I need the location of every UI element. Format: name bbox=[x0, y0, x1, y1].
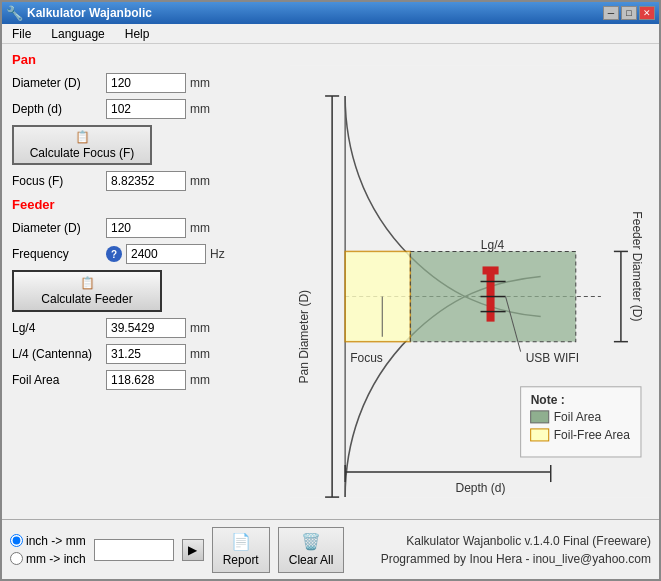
main-window: 🔧 Kalkulator Wajanbolic ─ □ ✕ File Langu… bbox=[0, 0, 661, 581]
pan-diameter-input[interactable] bbox=[106, 73, 186, 93]
foil-free-area-rect bbox=[345, 251, 410, 341]
frequency-help-icon[interactable]: ? bbox=[106, 246, 122, 262]
focus-label: Focus (F) bbox=[12, 174, 102, 188]
l4-label: L/4 (Cantenna) bbox=[12, 347, 102, 361]
title-bar: 🔧 Kalkulator Wajanbolic ─ □ ✕ bbox=[2, 2, 659, 24]
lg4-row: Lg/4 mm bbox=[12, 318, 272, 338]
app-info: Kalkulator Wajanbolic v.1.4.0 Final (Fre… bbox=[381, 532, 651, 568]
lg4-input[interactable] bbox=[106, 318, 186, 338]
left-panel: Pan Diameter (D) mm Depth (d) mm 📋 Calcu… bbox=[2, 44, 282, 519]
lg4-unit: mm bbox=[190, 321, 210, 335]
note-label: Note : bbox=[531, 393, 565, 407]
l4-unit: mm bbox=[190, 347, 210, 361]
right-panel: Pan Diameter (D) Feeder Diameter (D) Dep… bbox=[282, 44, 659, 519]
title-bar-left: 🔧 Kalkulator Wajanbolic bbox=[6, 5, 152, 21]
feeder-diameter-row: Diameter (D) mm bbox=[12, 218, 272, 238]
report-icon: 📄 bbox=[231, 532, 251, 551]
foil-input[interactable] bbox=[106, 370, 186, 390]
frequency-row: Frequency ? Hz bbox=[12, 244, 272, 264]
radio-inch-to-mm[interactable]: inch -> mm bbox=[10, 534, 86, 548]
radio-mm-to-inch[interactable]: mm -> inch bbox=[10, 552, 86, 566]
minimize-button[interactable]: ─ bbox=[603, 6, 619, 20]
lg4-label: Lg/4 bbox=[12, 321, 102, 335]
calc-focus-label: Calculate Focus (F) bbox=[30, 146, 135, 160]
menu-bar: File Language Help bbox=[2, 24, 659, 44]
usb-wifi-label: USB WIFI bbox=[526, 351, 579, 365]
bottom-bar: inch -> mm mm -> inch ▶ 📄 Report 🗑️ Clea… bbox=[2, 519, 659, 579]
convert-go-button[interactable]: ▶ bbox=[182, 539, 204, 561]
menu-language[interactable]: Language bbox=[45, 25, 110, 43]
foil-label: Foil Area bbox=[12, 373, 102, 387]
calc-feeder-button[interactable]: 📋 Calculate Feeder bbox=[12, 270, 162, 312]
calc-focus-button[interactable]: 📋 Calculate Focus (F) bbox=[12, 125, 152, 165]
lg4-diagram-label: Lg/4 bbox=[481, 238, 505, 252]
main-content: Pan Diameter (D) mm Depth (d) mm 📋 Calcu… bbox=[2, 44, 659, 519]
calc-feeder-icon: 📋 bbox=[80, 276, 95, 290]
diagram-svg: Pan Diameter (D) Feeder Diameter (D) Dep… bbox=[290, 52, 651, 511]
radio-row: inch -> mm mm -> inch bbox=[10, 534, 86, 566]
focus-input[interactable] bbox=[106, 171, 186, 191]
convert-input[interactable] bbox=[94, 539, 174, 561]
focus-diagram-label: Focus bbox=[350, 351, 383, 365]
pan-depth-input[interactable] bbox=[106, 99, 186, 119]
report-button[interactable]: 📄 Report bbox=[212, 527, 270, 573]
foil-free-legend: Foil-Free Area bbox=[554, 428, 630, 442]
window-title: Kalkulator Wajanbolic bbox=[27, 6, 152, 20]
feeder-diameter-label: Diameter (D) bbox=[12, 221, 102, 235]
foil-unit: mm bbox=[190, 373, 210, 387]
close-button[interactable]: ✕ bbox=[639, 6, 655, 20]
pan-diameter-label: Diameter (D) bbox=[12, 76, 102, 90]
clear-all-label: Clear All bbox=[289, 553, 334, 567]
pan-depth-unit: mm bbox=[190, 102, 210, 116]
foil-area-legend: Foil Area bbox=[554, 410, 602, 424]
calc-focus-icon: 📋 bbox=[75, 130, 90, 144]
radio-inch-to-mm-label: inch -> mm bbox=[26, 534, 86, 548]
menu-file[interactable]: File bbox=[6, 25, 37, 43]
maximize-button[interactable]: □ bbox=[621, 6, 637, 20]
report-label: Report bbox=[223, 553, 259, 567]
frequency-input[interactable] bbox=[126, 244, 206, 264]
l4-row: L/4 (Cantenna) mm bbox=[12, 344, 272, 364]
foil-row: Foil Area mm bbox=[12, 370, 272, 390]
feeder-diameter-unit: mm bbox=[190, 221, 210, 235]
app-version: Kalkulator Wajanbolic v.1.4.0 Final (Fre… bbox=[381, 532, 651, 550]
clear-all-icon: 🗑️ bbox=[301, 532, 321, 551]
pan-depth-label: Depth (d) bbox=[12, 102, 102, 116]
svg-rect-11 bbox=[531, 429, 549, 441]
focus-unit: mm bbox=[190, 174, 210, 188]
l4-input[interactable] bbox=[106, 344, 186, 364]
pan-diameter-row: Diameter (D) mm bbox=[12, 73, 272, 93]
feeder-diameter-axis-label: Feeder Diameter (D) bbox=[630, 211, 644, 321]
menu-help[interactable]: Help bbox=[119, 25, 156, 43]
app-author: Programmed by Inou Hera - inou_live@yaho… bbox=[381, 550, 651, 568]
svg-rect-10 bbox=[531, 411, 549, 423]
feeder-section-title: Feeder bbox=[12, 197, 272, 212]
depth-axis-label: Depth (d) bbox=[455, 481, 505, 495]
pan-diameter-unit: mm bbox=[190, 76, 210, 90]
feeder-diameter-input[interactable] bbox=[106, 218, 186, 238]
pan-diameter-axis-label: Pan Diameter (D) bbox=[297, 290, 311, 383]
pan-depth-row: Depth (d) mm bbox=[12, 99, 272, 119]
frequency-label: Frequency bbox=[12, 247, 102, 261]
svg-rect-3 bbox=[483, 266, 499, 274]
frequency-unit: Hz bbox=[210, 247, 225, 261]
pan-section-title: Pan bbox=[12, 52, 272, 67]
window-controls: ─ □ ✕ bbox=[603, 6, 655, 20]
calc-feeder-label: Calculate Feeder bbox=[41, 292, 132, 306]
focus-row: Focus (F) mm bbox=[12, 171, 272, 191]
radio-mm-to-inch-label: mm -> inch bbox=[26, 552, 86, 566]
app-icon: 🔧 bbox=[6, 5, 23, 21]
clear-all-button[interactable]: 🗑️ Clear All bbox=[278, 527, 345, 573]
go-icon: ▶ bbox=[188, 543, 197, 557]
